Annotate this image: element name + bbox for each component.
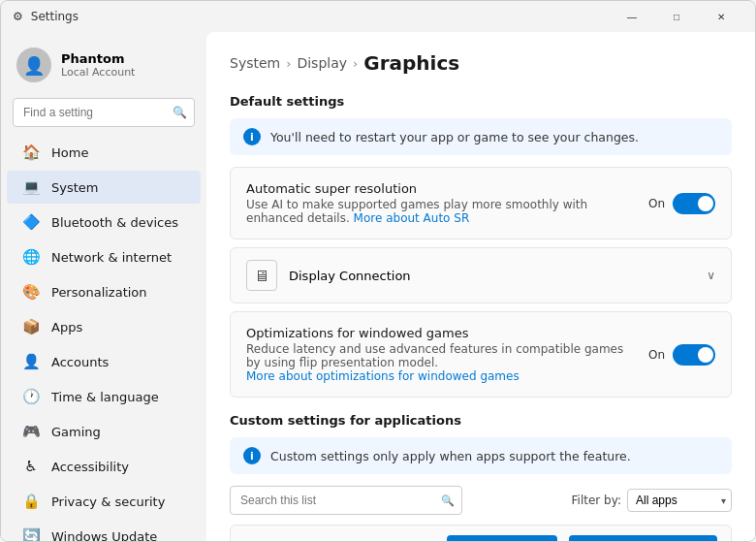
update-icon: 🔄 (22, 527, 40, 541)
custom-info-text: Custom settings only apply when apps sup… (270, 449, 631, 463)
add-store-app-button[interactable]: Add Microsoft Store app (569, 535, 717, 541)
breadcrumb-display[interactable]: Display (297, 55, 347, 71)
sidebar-item-update[interactable]: 🔄 Windows Update (7, 520, 201, 541)
user-section: 👤 Phantom Local Account (1, 40, 206, 98)
title-bar-controls: — □ ✕ (610, 1, 743, 32)
sidebar-item-system[interactable]: 💻 System (7, 171, 201, 204)
sidebar-item-home[interactable]: 🏠 Home (7, 136, 201, 169)
apps-icon: 📦 (22, 318, 40, 335)
search-box: 🔍 (13, 98, 195, 127)
windowed-games-toggle-label: On (648, 348, 665, 362)
sidebar-label-bluetooth: Bluetooth & devices (51, 215, 178, 230)
auto-sr-label: Automatic super resolution (246, 181, 637, 196)
sidebar-label-update: Windows Update (51, 529, 157, 542)
sidebar-item-bluetooth[interactable]: 🔷 Bluetooth & devices (7, 206, 201, 239)
toggle-track (673, 193, 715, 214)
sidebar-label-privacy: Privacy & security (51, 494, 165, 509)
privacy-icon: 🔒 (22, 493, 40, 510)
default-settings-title: Default settings (230, 94, 732, 109)
title-bar-icon: ⚙ (13, 10, 23, 23)
sidebar-item-personalization[interactable]: 🎨 Personalization (7, 275, 201, 308)
user-type: Local Account (61, 66, 135, 79)
windowed-games-link[interactable]: More about optimizations for windowed ga… (246, 369, 520, 383)
user-info: Phantom Local Account (61, 51, 135, 79)
settings-window: ⚙ Settings — □ ✕ 👤 Phantom Local Account… (0, 0, 756, 542)
list-search-box: 🔍 (230, 486, 462, 515)
sidebar-item-time[interactable]: 🕐 Time & language (7, 380, 201, 413)
breadcrumb-system[interactable]: System (230, 55, 280, 71)
minimize-button[interactable]: — (610, 1, 654, 32)
custom-info-box: i Custom settings only apply when apps s… (230, 437, 732, 474)
content-area: 👤 Phantom Local Account 🔍 🏠 Home 💻 Syste… (1, 32, 755, 541)
sidebar-label-system: System (51, 180, 98, 195)
default-info-box: i You'll need to restart your app or gam… (230, 118, 732, 155)
accessibility-icon: ♿ (22, 458, 40, 475)
user-name: Phantom (61, 51, 135, 66)
network-icon: 🌐 (22, 248, 40, 266)
main-content: System › Display › Graphics Default sett… (206, 32, 755, 541)
sidebar-label-accounts: Accounts (51, 355, 109, 369)
windowed-games-inner: Optimizations for windowed games Reduce … (231, 312, 731, 397)
sidebar-label-gaming: Gaming (51, 425, 101, 439)
windowed-games-row: Optimizations for windowed games Reduce … (230, 311, 732, 398)
search-icon: 🔍 (173, 106, 187, 119)
auto-sr-text: Automatic super resolution Use AI to mak… (246, 181, 637, 225)
avatar: 👤 (16, 48, 51, 82)
display-chevron-icon: ∨ (707, 269, 715, 282)
system-icon: 💻 (22, 178, 40, 196)
windowed-games-toggle[interactable] (673, 344, 715, 366)
auto-sr-desc: Use AI to make supported games play more… (246, 198, 637, 225)
sidebar-item-network[interactable]: 🌐 Network & internet (7, 240, 201, 273)
close-button[interactable]: ✕ (699, 1, 743, 32)
display-connection-row[interactable]: 🖥 Display Connection ∨ (230, 247, 732, 303)
personalization-icon: 🎨 (22, 283, 40, 301)
list-search-input[interactable] (230, 486, 462, 515)
display-icon: 🖥 (246, 260, 277, 291)
filter-wrap: All appsDesktop appsStore apps ▾ (627, 489, 732, 512)
auto-sr-toggle-label: On (648, 197, 665, 210)
add-desktop-app-button[interactable]: Add desktop app (447, 535, 557, 541)
filter-label: Filter by: (572, 494, 621, 507)
filter-row: Filter by: All appsDesktop appsStore app… (572, 489, 732, 512)
auto-sr-toggle[interactable] (673, 193, 715, 214)
custom-settings-section: Custom settings for applications i Custo… (230, 413, 732, 541)
sidebar-item-apps[interactable]: 📦 Apps (7, 310, 201, 343)
breadcrumb-arrow-2: › (353, 56, 358, 71)
breadcrumb: System › Display › Graphics (230, 51, 732, 75)
search-input[interactable] (13, 98, 195, 127)
sidebar-item-accounts[interactable]: 👤 Accounts (7, 345, 201, 378)
sidebar: 👤 Phantom Local Account 🔍 🏠 Home 💻 Syste… (1, 32, 206, 541)
info-icon: i (243, 128, 261, 145)
title-bar-left: ⚙ Settings (13, 10, 79, 23)
gaming-icon: 🎮 (22, 423, 40, 440)
custom-info-icon: i (243, 447, 261, 464)
add-app-label: Add an app (244, 541, 435, 542)
windowed-games-desc: Reduce latency and use advanced features… (246, 342, 637, 383)
filter-select[interactable]: All appsDesktop appsStore apps (627, 489, 732, 512)
toggle-thumb (698, 196, 713, 211)
auto-sr-inner: Automatic super resolution Use AI to mak… (231, 168, 731, 239)
add-app-row: Add an app Add desktop app Add Microsoft… (230, 525, 732, 541)
display-connection-label: Display Connection (289, 269, 695, 283)
home-icon: 🏠 (22, 143, 40, 161)
time-icon: 🕐 (22, 388, 40, 405)
search-filter-row: 🔍 Filter by: All appsDesktop appsStore a… (230, 486, 732, 515)
maximize-button[interactable]: □ (654, 1, 699, 32)
custom-settings-title: Custom settings for applications (230, 413, 732, 428)
sidebar-item-privacy[interactable]: 🔒 Privacy & security (7, 485, 201, 518)
sidebar-label-accessibility: Accessibility (51, 460, 129, 474)
sidebar-item-gaming[interactable]: 🎮 Gaming (7, 415, 201, 448)
display-connection-inner: 🖥 Display Connection ∨ (231, 248, 731, 303)
sidebar-item-accessibility[interactable]: ♿ Accessibility (7, 450, 201, 483)
title-bar: ⚙ Settings — □ ✕ (1, 1, 755, 32)
list-search-icon: 🔍 (441, 494, 455, 507)
auto-sr-link[interactable]: More about Auto SR (354, 211, 470, 225)
sidebar-label-home: Home (51, 145, 88, 160)
windowed-games-text: Optimizations for windowed games Reduce … (246, 326, 637, 383)
auto-sr-row: Automatic super resolution Use AI to mak… (230, 167, 732, 239)
wg-toggle-track (673, 344, 715, 366)
windowed-games-label: Optimizations for windowed games (246, 326, 637, 340)
default-info-text: You'll need to restart your app or game … (270, 130, 639, 144)
bluetooth-icon: 🔷 (22, 213, 40, 231)
sidebar-label-personalization: Personalization (51, 285, 147, 300)
